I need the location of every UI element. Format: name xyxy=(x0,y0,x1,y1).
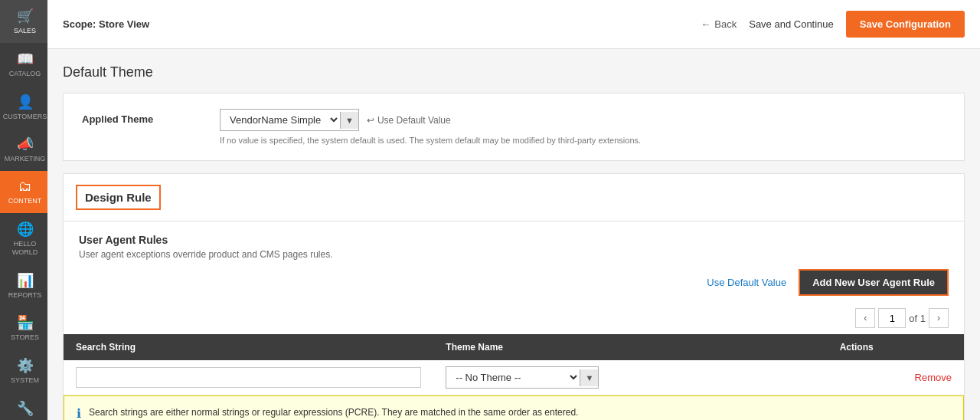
main-content: Scope: Store View ← Back Save and Contin… xyxy=(47,0,980,420)
scope-value: Store View xyxy=(99,18,149,30)
col-theme-name: Theme Name xyxy=(433,334,827,360)
reports-icon: 📊 xyxy=(17,272,34,289)
applied-theme-label: Applied Theme xyxy=(82,109,220,125)
helloworld-icon: 🌐 xyxy=(17,221,34,238)
sidebar-item-sales[interactable]: 🛒 Sales xyxy=(0,0,47,43)
sales-icon: 🛒 xyxy=(17,8,34,25)
select-arrow-icon: ▼ xyxy=(340,112,358,129)
sidebar-item-helloworld[interactable]: 🌐 Hello World xyxy=(0,213,47,264)
sidebar-item-label: System xyxy=(11,376,39,385)
sidebar-item-label: Catalog xyxy=(9,70,41,78)
applied-theme-card: Applied Theme VendorName Simple ▼ ↩ Use … xyxy=(63,93,965,161)
rules-table: Search String Theme Name Actions xyxy=(64,334,964,395)
pagination-of-label: of 1 xyxy=(909,313,926,324)
back-button[interactable]: ← Back xyxy=(701,18,737,30)
remove-rule-link[interactable]: Remove xyxy=(915,372,952,383)
sidebar-item-customers[interactable]: 👤 Customers xyxy=(0,86,47,129)
topbar-actions: ← Back Save and Continue Save Configurat… xyxy=(701,11,965,38)
sidebar-item-label: Stores xyxy=(11,333,39,342)
pagination-page-input[interactable] xyxy=(878,308,906,328)
table-row: -- No Theme -- VendorName Simple ▼ Remov… xyxy=(64,360,964,395)
add-new-user-agent-rule-button[interactable]: Add New User Agent Rule xyxy=(799,269,949,296)
sidebar-item-label: Content xyxy=(8,197,42,205)
use-default-value-link[interactable]: ↩ Use Default Value xyxy=(367,115,451,126)
uar-subtitle: User agent exceptions override product a… xyxy=(79,249,949,260)
sidebar-item-system[interactable]: ⚙️ System xyxy=(0,349,47,392)
sidebar-item-catalog[interactable]: 📖 Catalog xyxy=(0,43,47,86)
stores-icon: 🏪 xyxy=(17,314,34,331)
back-arrow-icon: ← xyxy=(701,18,710,30)
scope-label: Scope: xyxy=(63,18,96,30)
topbar: Scope: Store View ← Back Save and Contin… xyxy=(47,0,980,49)
catalog-icon: 📖 xyxy=(17,51,34,67)
col-search-string: Search String xyxy=(64,334,433,360)
theme-name-select-wrapper[interactable]: -- No Theme -- VendorName Simple ▼ xyxy=(446,366,599,389)
sidebar-item-label: Sales xyxy=(14,27,36,35)
reset-icon: ↩ xyxy=(367,115,374,126)
use-default-label: Use Default Value xyxy=(377,115,451,126)
uar-use-default-link[interactable]: Use Default Value xyxy=(707,277,786,288)
design-rule-header: Design Rule xyxy=(64,174,964,221)
info-box: ℹ Search strings are either normal strin… xyxy=(64,395,964,420)
sidebar-item-reports[interactable]: 📊 Reports xyxy=(0,264,47,307)
sidebar: 🛒 Sales 📖 Catalog 👤 Customers 📣 Marketin… xyxy=(0,0,47,420)
design-rule-card: Design Rule User Agent Rules User agent … xyxy=(63,173,965,420)
theme-select-arrow-icon: ▼ xyxy=(580,369,598,386)
system-icon: ⚙️ xyxy=(17,357,34,374)
design-rule-title: Design Rule xyxy=(76,185,161,210)
sidebar-item-findpartners[interactable]: 🔧 Find Partners & Extensions xyxy=(0,392,47,420)
findpartners-icon: 🔧 xyxy=(17,400,34,417)
pagination-next-button[interactable]: › xyxy=(929,308,949,328)
table-header-row: Search String Theme Name Actions xyxy=(64,334,964,360)
actions-cell: Remove xyxy=(828,360,964,395)
info-text-main: Search strings are either normal strings… xyxy=(89,407,578,418)
pagination-prev-button[interactable]: ‹ xyxy=(855,308,875,328)
applied-theme-select[interactable]: VendorName Simple xyxy=(220,110,340,130)
sidebar-item-label: Customers xyxy=(3,113,47,121)
page-title: Default Theme xyxy=(63,64,965,80)
customers-icon: 👤 xyxy=(17,94,34,110)
applied-theme-controls-row: VendorName Simple ▼ ↩ Use Default Value xyxy=(220,109,641,131)
content-icon: 🗂 xyxy=(18,179,32,195)
theme-name-cell: -- No Theme -- VendorName Simple ▼ xyxy=(433,360,827,395)
search-string-input[interactable] xyxy=(76,367,421,388)
save-continue-button[interactable]: Save and Continue xyxy=(749,18,834,30)
back-label: Back xyxy=(714,18,737,30)
info-text: Search strings are either normal strings… xyxy=(89,405,578,420)
sidebar-item-marketing[interactable]: 📣 Marketing xyxy=(0,128,47,171)
uar-title: User Agent Rules xyxy=(79,234,949,246)
applied-theme-row: Applied Theme VendorName Simple ▼ ↩ Use … xyxy=(64,94,964,160)
uar-header: User Agent Rules User agent exceptions o… xyxy=(64,221,964,260)
sidebar-item-content[interactable]: 🗂 Content xyxy=(0,171,47,213)
content-area: Default Theme Applied Theme VendorName S… xyxy=(47,49,980,420)
sidebar-item-label: Marketing xyxy=(5,155,46,163)
search-string-cell xyxy=(64,360,433,395)
marketing-icon: 📣 xyxy=(17,136,34,153)
applied-theme-controls: VendorName Simple ▼ ↩ Use Default Value … xyxy=(220,109,641,145)
save-configuration-button[interactable]: Save Configuration xyxy=(846,11,965,38)
info-icon: ℹ xyxy=(77,406,81,420)
scope-info: Scope: Store View xyxy=(63,18,149,30)
uar-actions: Use Default Value Add New User Agent Rul… xyxy=(64,269,964,305)
pagination: ‹ of 1 › xyxy=(64,305,964,334)
sidebar-item-label: Reports xyxy=(8,291,41,300)
applied-theme-hint: If no value is specified, the system def… xyxy=(220,136,641,145)
theme-name-select[interactable]: -- No Theme -- VendorName Simple xyxy=(446,367,580,388)
sidebar-item-stores[interactable]: 🏪 Stores xyxy=(0,307,47,349)
col-actions: Actions xyxy=(828,334,964,360)
applied-theme-select-wrapper[interactable]: VendorName Simple ▼ xyxy=(220,109,359,131)
sidebar-item-label: Hello World xyxy=(5,240,44,257)
